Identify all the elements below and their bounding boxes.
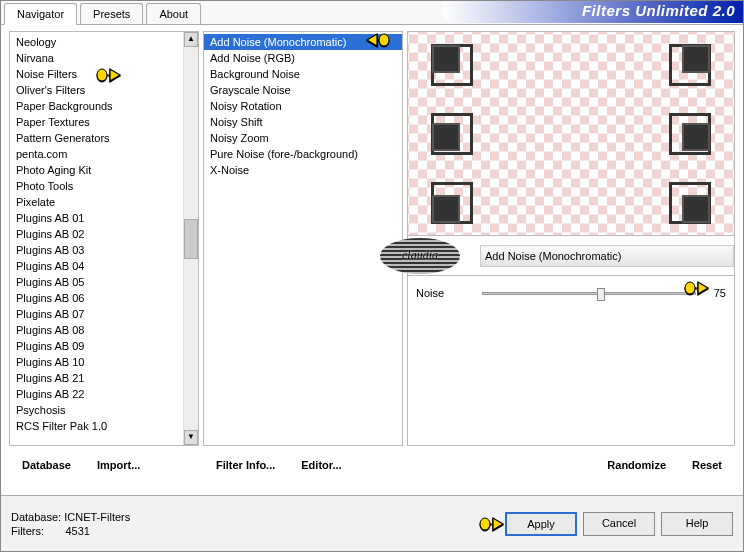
categories-list[interactable]: NeologyNirvanaNoise FiltersOliver's Filt… [10, 32, 183, 445]
tab-about[interactable]: About [146, 3, 201, 24]
filter-column: Add Noise (Monochromatic)Add Noise (RGB)… [203, 31, 403, 480]
tab-navigator[interactable]: Navigator [4, 3, 77, 25]
category-item[interactable]: Plugins AB 05 [10, 274, 183, 290]
current-filter-title: Add Noise (Monochromatic) [480, 245, 734, 267]
category-column: NeologyNirvanaNoise FiltersOliver's Filt… [9, 31, 199, 480]
tab-bar: Navigator Presets About Filters Unlimite… [1, 1, 743, 25]
category-item[interactable]: Neology [10, 34, 183, 50]
filter-item[interactable]: Noisy Zoom [204, 130, 402, 146]
category-item[interactable]: Pattern Generators [10, 130, 183, 146]
category-item[interactable]: Oliver's Filters [10, 82, 183, 98]
category-item[interactable]: Noise Filters [10, 66, 183, 82]
category-item[interactable]: Plugins AB 01 [10, 210, 183, 226]
category-item[interactable]: Plugins AB 22 [10, 386, 183, 402]
svg-point-3 [480, 518, 490, 530]
filter-item[interactable]: Noisy Shift [204, 114, 402, 130]
category-item[interactable]: Plugins AB 10 [10, 354, 183, 370]
category-item[interactable]: RCS Filter Pak 1.0 [10, 418, 183, 434]
category-item[interactable]: Plugins AB 08 [10, 322, 183, 338]
slider-thumb[interactable] [597, 288, 605, 301]
db-label: Database: [11, 511, 61, 523]
filter-item[interactable]: X-Noise [204, 162, 402, 178]
parameters-panel: Noise75 [407, 276, 735, 446]
scroll-up-button[interactable]: ▲ [184, 32, 198, 47]
filters-list[interactable]: Add Noise (Monochromatic)Add Noise (RGB)… [204, 32, 402, 445]
category-item[interactable]: Plugins AB 21 [10, 370, 183, 386]
pointer-icon [477, 514, 505, 534]
param-row: Noise75 [416, 282, 726, 304]
apply-button[interactable]: Apply [505, 512, 577, 536]
category-item[interactable]: Photo Tools [10, 178, 183, 194]
help-button[interactable]: Help [661, 512, 733, 536]
category-item[interactable]: Paper Textures [10, 114, 183, 130]
category-item[interactable]: Plugins AB 04 [10, 258, 183, 274]
cancel-button[interactable]: Cancel [583, 512, 655, 536]
db-name: ICNET-Filters [64, 511, 130, 523]
filter-item[interactable]: Background Noise [204, 66, 402, 82]
filter-item[interactable]: Noisy Rotation [204, 98, 402, 114]
watermark-badge: claudia [380, 238, 460, 274]
scroll-track[interactable] [184, 47, 198, 430]
preview-image [407, 31, 735, 236]
category-item[interactable]: penta.com [10, 146, 183, 162]
reset-button[interactable]: Reset [679, 452, 735, 478]
footer-info: Database: ICNET-Filters Filters: 4531 [11, 510, 130, 538]
param-slider[interactable] [482, 292, 696, 295]
scroll-down-button[interactable]: ▼ [184, 430, 198, 445]
app-title: Filters Unlimited 2.0 [582, 2, 735, 19]
category-item[interactable]: Plugins AB 06 [10, 290, 183, 306]
category-item[interactable]: Paper Backgrounds [10, 98, 183, 114]
import-button[interactable]: Import... [84, 452, 153, 478]
filter-item[interactable]: Pure Noise (fore-/background) [204, 146, 402, 162]
categories-scrollbar[interactable]: ▲ ▼ [183, 32, 198, 445]
filter-item[interactable]: Add Noise (Monochromatic) [204, 34, 402, 50]
randomize-button[interactable]: Randomize [594, 452, 679, 478]
filters-label: Filters: [11, 525, 44, 537]
category-item[interactable]: Plugins AB 02 [10, 226, 183, 242]
editor-button[interactable]: Editor... [288, 452, 354, 478]
category-item[interactable]: Nirvana [10, 50, 183, 66]
param-value: 75 [702, 287, 726, 299]
category-item[interactable]: Plugins AB 03 [10, 242, 183, 258]
filter-item[interactable]: Grayscale Noise [204, 82, 402, 98]
database-button[interactable]: Database [9, 452, 84, 478]
preview-column: claudia Add Noise (Monochromatic) Noise7… [407, 31, 735, 480]
tab-presets[interactable]: Presets [80, 3, 143, 24]
category-item[interactable]: Plugins AB 09 [10, 338, 183, 354]
filters-count: 4531 [65, 525, 89, 537]
category-item[interactable]: Psychosis [10, 402, 183, 418]
main-area: NeologyNirvanaNoise FiltersOliver's Filt… [1, 25, 743, 480]
category-item[interactable]: Pixelate [10, 194, 183, 210]
scroll-thumb[interactable] [184, 219, 198, 259]
category-item[interactable]: Photo Aging Kit [10, 162, 183, 178]
footer: Database: ICNET-Filters Filters: 4531 Ap… [1, 495, 743, 551]
category-item[interactable]: Plugins AB 07 [10, 306, 183, 322]
filter-title-row: claudia Add Noise (Monochromatic) [407, 236, 735, 276]
filter-info-button[interactable]: Filter Info... [203, 452, 288, 478]
filter-item[interactable]: Add Noise (RGB) [204, 50, 402, 66]
param-label: Noise [416, 287, 476, 299]
